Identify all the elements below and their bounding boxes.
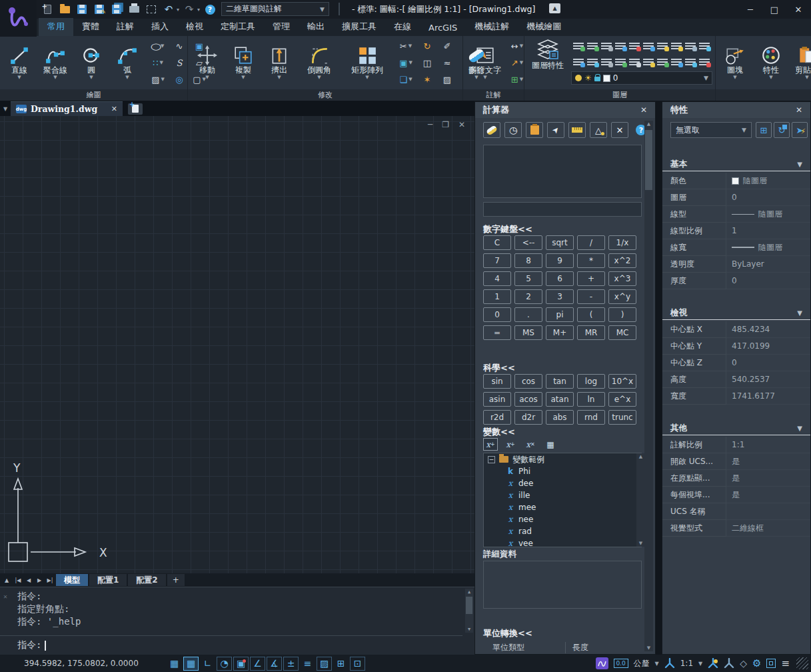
calculator-input-field[interactable] (483, 202, 642, 217)
layer-tool-icon[interactable] (699, 43, 710, 50)
new-variable-icon[interactable]: x+ (483, 438, 498, 451)
calc-key[interactable]: * (577, 253, 605, 268)
property-value[interactable]: ByLayer (726, 256, 810, 273)
delete-icon[interactable]: ✕ (611, 122, 628, 138)
layout-tab-layout2[interactable]: 配置2 (128, 574, 165, 586)
ribbon-tab-12[interactable]: 機械註解 (466, 18, 518, 36)
calc-key[interactable]: sqrt (546, 235, 574, 250)
scrollbar-thumb[interactable] (466, 597, 472, 614)
ribbon-tab-10[interactable]: 在線 (385, 18, 420, 36)
calc-key[interactable]: MS (514, 325, 542, 340)
calc-sci-key[interactable]: sin (483, 374, 511, 389)
circle-button[interactable]: 圓 ▼ (75, 45, 108, 80)
get-coordinates-icon[interactable]: ➤ (547, 122, 564, 138)
settings-gear-icon[interactable]: ⚙ (752, 657, 761, 669)
break-icon[interactable]: ✶ (417, 75, 437, 85)
clear-icon[interactable] (483, 122, 500, 138)
calc-key[interactable]: 9 (546, 253, 574, 268)
ribbon-collapse-icon[interactable]: ▲ (549, 3, 560, 13)
scroll-down-icon[interactable]: ▼ (465, 627, 473, 632)
calc-key[interactable]: x^2 (608, 253, 636, 268)
calc-key[interactable]: C (483, 235, 511, 250)
property-value[interactable]: 隨圖層 (726, 206, 810, 223)
scroll-down-icon[interactable]: ▼ (644, 645, 653, 651)
drawing-canvas[interactable]: ─ ❐ ✕ Y X (0, 116, 474, 573)
quick-properties-icon[interactable]: ⊞ (333, 657, 349, 671)
property-value[interactable] (726, 503, 810, 520)
snap-mode-icon[interactable]: ▦ (183, 657, 199, 671)
trim-icon[interactable]: ✂▼ (395, 41, 417, 51)
layer-tool-icon[interactable] (601, 59, 612, 66)
file-tab-drawing1[interactable]: dwg Drawing1.dwg ✕ (11, 101, 123, 116)
calc-key[interactable]: 0 (483, 307, 511, 322)
command-line-window[interactable]: ✕ 指令:指定對角點:指令: '_help 指令: ▲ ▼ (0, 587, 474, 655)
panel-label-draw[interactable]: 繪圖 (0, 89, 187, 101)
command-scrollbar[interactable]: ▲ ▼ (465, 589, 473, 633)
selection-dropdown[interactable]: 無選取 ▼ (670, 122, 752, 138)
history-icon[interactable]: ◷ (504, 122, 522, 138)
calc-key[interactable]: M+ (546, 325, 574, 340)
calc-sci-key[interactable]: trunc (608, 410, 636, 425)
property-value[interactable]: 是 (726, 470, 810, 487)
calc-key[interactable]: - (577, 289, 605, 304)
property-value[interactable]: 是 (726, 453, 810, 470)
point-icon[interactable]: ∷▼ (147, 58, 169, 68)
layer-tool-icon[interactable] (685, 43, 696, 50)
hatch-icon[interactable]: ▨▼ (147, 75, 169, 85)
dynamic-ucs-icon[interactable]: ∡ (267, 657, 282, 671)
chevron-down-icon[interactable]: ▼ (655, 661, 659, 667)
ribbon-tab-13[interactable]: 機械繪圖 (518, 18, 570, 36)
app-logo[interactable] (0, 0, 37, 37)
spline-icon[interactable]: S (169, 58, 189, 68)
new-drawing-tab-button[interactable] (128, 103, 143, 115)
calc-key[interactable]: MR (577, 325, 605, 340)
first-layout-icon[interactable]: |◀ (13, 577, 23, 583)
section-header[interactable]: 檢視▼ (662, 307, 810, 320)
move-button[interactable]: 移動 ▼ (191, 45, 224, 80)
resize-grip[interactable] (796, 657, 808, 669)
variable-item[interactable]: kPhi (484, 465, 641, 477)
annotation-scale-value[interactable]: 1:1 (680, 659, 693, 668)
stretch-button[interactable]: 擠出 ▼ (263, 45, 296, 80)
undo-dropdown-icon[interactable]: ▾ (177, 7, 179, 13)
calculator-title-bar[interactable]: 計算器 ✕ (475, 102, 655, 118)
ortho-mode-icon[interactable]: ∟ (200, 657, 215, 671)
calc-sci-key[interactable]: rnd (577, 410, 605, 425)
mirror-icon[interactable]: ◫ (417, 58, 437, 68)
layer-tool-icon[interactable] (587, 43, 598, 50)
calc-sci-key[interactable]: 10^x (608, 374, 636, 389)
variables-tree[interactable]: −變數範例kPhixdeexillexmeexneexradxvee (483, 453, 642, 547)
layer-dropdown[interactable]: ☀ 0 ▼ (571, 71, 712, 85)
layer-tool-icon[interactable] (643, 59, 654, 66)
save-all-icon[interactable] (109, 2, 124, 17)
calc-key[interactable]: pi (546, 307, 574, 322)
layer-tool-icon[interactable] (587, 59, 598, 66)
properties-button[interactable]: 特性 ▼ (754, 45, 788, 80)
layer-tool-icon[interactable] (685, 59, 696, 66)
variable-item[interactable]: xille (484, 489, 641, 501)
calc-key[interactable]: x^3 (608, 271, 636, 286)
property-value[interactable]: 1:1 (726, 437, 810, 453)
property-value[interactable]: 1741.6177 (726, 388, 810, 405)
polyline-button[interactable]: 聚合線 ▼ (39, 45, 72, 80)
units-precision-icon[interactable]: 0.0 (614, 659, 628, 668)
fullscreen-icon[interactable] (766, 659, 776, 668)
save-icon[interactable] (75, 2, 89, 17)
calculator-history-box[interactable] (483, 145, 642, 198)
status-menu-icon[interactable]: ≡ (781, 657, 790, 669)
new-file-icon[interactable]: + (40, 2, 55, 17)
layer-tool-icon[interactable] (657, 43, 668, 50)
maximize-button[interactable]: □ (766, 5, 783, 15)
ribbon-tab-3[interactable]: 註解 (108, 18, 143, 36)
layout-tab-layout1[interactable]: 配置1 (89, 574, 127, 586)
plot-icon[interactable] (127, 2, 141, 17)
select-objects-icon[interactable]: ↻ (774, 122, 790, 138)
layer-tool-icon[interactable] (629, 59, 640, 66)
units-label[interactable]: 公釐 (634, 658, 650, 669)
object-snap-tracking-icon[interactable]: ∠ (250, 657, 265, 671)
property-value[interactable]: 0 (726, 273, 810, 289)
layer-tool-icon[interactable] (573, 43, 584, 50)
plot-preview-icon[interactable] (144, 2, 159, 17)
prev-layout-icon[interactable]: ◀ (24, 577, 33, 583)
calc-key[interactable]: 1 (483, 289, 511, 304)
